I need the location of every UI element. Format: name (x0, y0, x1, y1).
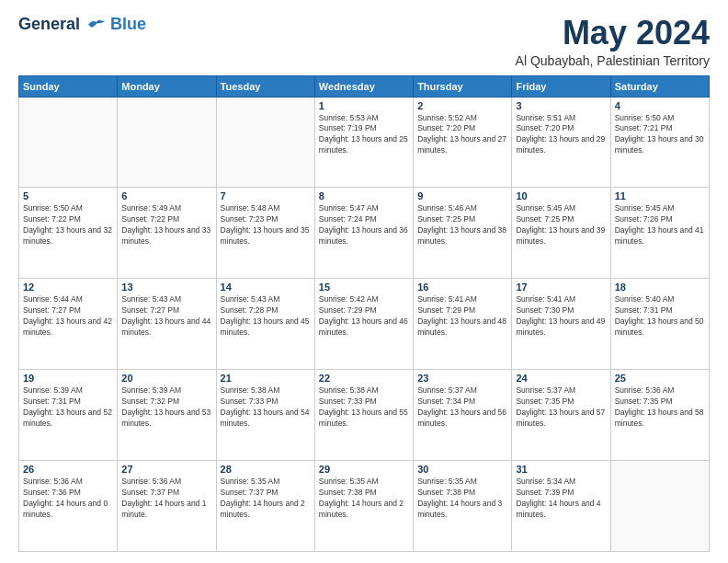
calendar-week-row: 5Sunrise: 5:50 AMSunset: 7:22 PMDaylight… (19, 188, 710, 279)
day-info: Sunrise: 5:35 AMSunset: 7:38 PMDaylight:… (417, 477, 507, 521)
day-number: 7 (221, 190, 311, 201)
calendar-day-cell: 13Sunrise: 5:43 AMSunset: 7:27 PMDayligh… (118, 279, 216, 370)
calendar-day-cell: 14Sunrise: 5:43 AMSunset: 7:28 PMDayligh… (216, 279, 314, 370)
day-number: 20 (121, 373, 211, 384)
day-info: Sunrise: 5:50 AMSunset: 7:21 PMDaylight:… (615, 113, 705, 157)
day-number: 1 (319, 100, 409, 111)
day-number: 10 (516, 190, 606, 201)
day-info: Sunrise: 5:45 AMSunset: 7:25 PMDaylight:… (516, 203, 606, 247)
logo-general: General (18, 15, 80, 33)
calendar-day-cell: 2Sunrise: 5:52 AMSunset: 7:20 PMDaylight… (414, 97, 512, 188)
day-info: Sunrise: 5:45 AMSunset: 7:26 PMDaylight:… (615, 203, 705, 247)
day-info: Sunrise: 5:40 AMSunset: 7:31 PMDaylight:… (615, 294, 705, 339)
logo-text: General (18, 15, 107, 34)
day-info: Sunrise: 5:43 AMSunset: 7:28 PMDaylight:… (221, 294, 311, 339)
calendar-day-cell: 31Sunrise: 5:34 AMSunset: 7:39 PMDayligh… (512, 461, 610, 552)
calendar-week-row: 19Sunrise: 5:39 AMSunset: 7:31 PMDayligh… (19, 370, 710, 461)
weekday-header: Tuesday (216, 75, 314, 97)
day-number: 30 (417, 464, 507, 475)
day-number: 29 (319, 464, 409, 475)
calendar-day-cell: 19Sunrise: 5:39 AMSunset: 7:31 PMDayligh… (19, 370, 118, 461)
day-number: 8 (319, 190, 409, 201)
day-number: 13 (121, 282, 211, 293)
calendar-day-cell: 29Sunrise: 5:35 AMSunset: 7:38 PMDayligh… (314, 461, 413, 552)
weekday-header: Wednesday (314, 75, 413, 97)
day-number: 11 (615, 190, 705, 201)
calendar-day-cell: 18Sunrise: 5:40 AMSunset: 7:31 PMDayligh… (610, 279, 709, 370)
calendar-table: SundayMondayTuesdayWednesdayThursdayFrid… (18, 75, 710, 552)
day-number: 21 (221, 373, 311, 384)
day-info: Sunrise: 5:46 AMSunset: 7:25 PMDaylight:… (417, 203, 507, 247)
month-title: May 2024 (516, 15, 710, 52)
weekday-header: Monday (118, 75, 216, 97)
calendar-day-cell: 30Sunrise: 5:35 AMSunset: 7:38 PMDayligh… (414, 461, 512, 552)
calendar-week-row: 12Sunrise: 5:44 AMSunset: 7:27 PMDayligh… (19, 279, 710, 370)
day-number: 3 (516, 100, 606, 111)
day-number: 12 (23, 282, 113, 293)
day-info: Sunrise: 5:35 AMSunset: 7:37 PMDaylight:… (221, 477, 311, 521)
day-number: 23 (417, 373, 507, 384)
day-info: Sunrise: 5:42 AMSunset: 7:29 PMDaylight:… (319, 294, 409, 339)
day-number: 18 (615, 282, 705, 293)
weekday-header: Friday (512, 75, 610, 97)
day-info: Sunrise: 5:39 AMSunset: 7:31 PMDaylight:… (23, 385, 113, 430)
day-number: 2 (417, 100, 507, 111)
calendar-day-cell: 24Sunrise: 5:37 AMSunset: 7:35 PMDayligh… (512, 370, 610, 461)
calendar-week-row: 1Sunrise: 5:53 AMSunset: 7:19 PMDaylight… (19, 97, 710, 188)
calendar-day-cell: 3Sunrise: 5:51 AMSunset: 7:20 PMDaylight… (512, 97, 610, 188)
weekday-header: Saturday (610, 75, 709, 97)
day-info: Sunrise: 5:36 AMSunset: 7:36 PMDaylight:… (23, 477, 113, 521)
calendar-day-cell: 27Sunrise: 5:36 AMSunset: 7:37 PMDayligh… (118, 461, 216, 552)
day-info: Sunrise: 5:38 AMSunset: 7:33 PMDaylight:… (319, 385, 409, 430)
page: General Blue May 2024 Al Qubaybah, Pales… (0, 0, 728, 563)
calendar-day-cell: 12Sunrise: 5:44 AMSunset: 7:27 PMDayligh… (19, 279, 118, 370)
day-number: 22 (319, 373, 409, 384)
day-number: 5 (23, 190, 113, 201)
logo-blue: Blue (110, 15, 146, 34)
calendar-day-cell: 7Sunrise: 5:48 AMSunset: 7:23 PMDaylight… (216, 188, 314, 279)
day-info: Sunrise: 5:49 AMSunset: 7:22 PMDaylight:… (121, 203, 211, 247)
day-info: Sunrise: 5:41 AMSunset: 7:29 PMDaylight:… (417, 294, 507, 339)
calendar-day-cell: 15Sunrise: 5:42 AMSunset: 7:29 PMDayligh… (314, 279, 413, 370)
logo: General Blue (18, 15, 146, 34)
calendar-day-cell: 9Sunrise: 5:46 AMSunset: 7:25 PMDaylight… (414, 188, 512, 279)
day-number: 24 (516, 373, 606, 384)
calendar-day-cell: 4Sunrise: 5:50 AMSunset: 7:21 PMDaylight… (610, 97, 709, 188)
day-info: Sunrise: 5:38 AMSunset: 7:33 PMDaylight:… (221, 385, 311, 430)
day-info: Sunrise: 5:34 AMSunset: 7:39 PMDaylight:… (516, 477, 606, 521)
calendar-day-cell: 16Sunrise: 5:41 AMSunset: 7:29 PMDayligh… (414, 279, 512, 370)
day-number: 27 (121, 464, 211, 475)
calendar-day-cell (610, 461, 709, 552)
calendar-day-cell (118, 97, 216, 188)
day-info: Sunrise: 5:41 AMSunset: 7:30 PMDaylight:… (516, 294, 606, 339)
day-info: Sunrise: 5:36 AMSunset: 7:37 PMDaylight:… (121, 477, 211, 521)
title-section: May 2024 Al Qubaybah, Palestinian Territ… (516, 15, 710, 68)
calendar-day-cell: 22Sunrise: 5:38 AMSunset: 7:33 PMDayligh… (314, 370, 413, 461)
day-info: Sunrise: 5:50 AMSunset: 7:22 PMDaylight:… (23, 203, 113, 247)
calendar-day-cell: 6Sunrise: 5:49 AMSunset: 7:22 PMDaylight… (118, 188, 216, 279)
calendar-day-cell: 8Sunrise: 5:47 AMSunset: 7:24 PMDaylight… (314, 188, 413, 279)
logo-bird-icon (86, 17, 107, 32)
day-info: Sunrise: 5:36 AMSunset: 7:35 PMDaylight:… (615, 385, 705, 430)
day-number: 31 (516, 464, 606, 475)
day-number: 15 (319, 282, 409, 293)
calendar-day-cell (19, 97, 118, 188)
calendar-day-cell: 25Sunrise: 5:36 AMSunset: 7:35 PMDayligh… (610, 370, 709, 461)
day-info: Sunrise: 5:51 AMSunset: 7:20 PMDaylight:… (516, 113, 606, 157)
header: General Blue May 2024 Al Qubaybah, Pales… (18, 15, 710, 68)
day-number: 4 (615, 100, 705, 111)
header-row: SundayMondayTuesdayWednesdayThursdayFrid… (19, 75, 710, 97)
calendar-day-cell: 10Sunrise: 5:45 AMSunset: 7:25 PMDayligh… (512, 188, 610, 279)
day-info: Sunrise: 5:53 AMSunset: 7:19 PMDaylight:… (319, 113, 409, 157)
day-info: Sunrise: 5:47 AMSunset: 7:24 PMDaylight:… (319, 203, 409, 247)
calendar-day-cell: 20Sunrise: 5:39 AMSunset: 7:32 PMDayligh… (118, 370, 216, 461)
day-info: Sunrise: 5:52 AMSunset: 7:20 PMDaylight:… (417, 113, 507, 157)
day-number: 9 (417, 190, 507, 201)
day-number: 14 (221, 282, 311, 293)
day-number: 16 (417, 282, 507, 293)
location-title: Al Qubaybah, Palestinian Territory (516, 53, 710, 68)
calendar-day-cell: 1Sunrise: 5:53 AMSunset: 7:19 PMDaylight… (314, 97, 413, 188)
calendar-day-cell (216, 97, 314, 188)
day-number: 28 (221, 464, 311, 475)
day-number: 17 (516, 282, 606, 293)
